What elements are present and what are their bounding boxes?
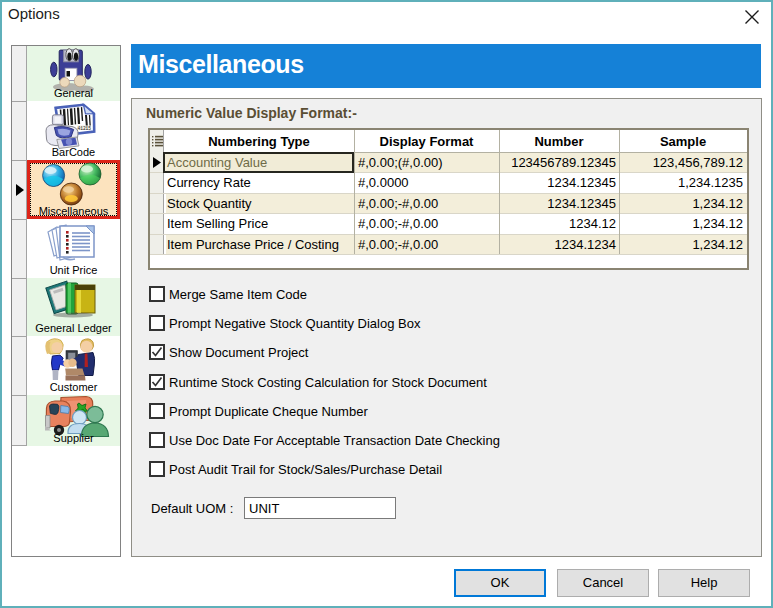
svg-text:41215: 41215	[78, 126, 92, 131]
